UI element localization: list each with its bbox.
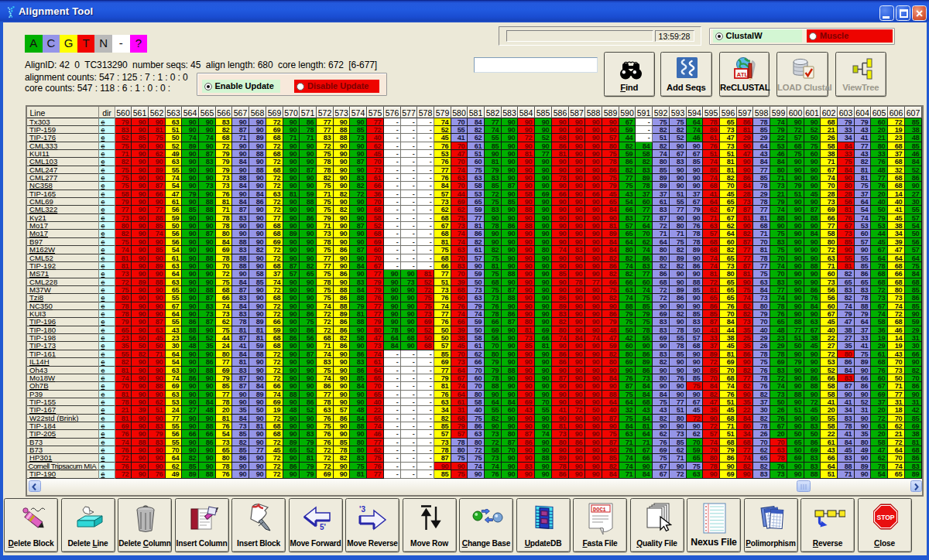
svg-text:5': 5' xyxy=(320,523,326,531)
svg-text:STOP: STOP xyxy=(876,514,894,521)
svg-text:ATL: ATL xyxy=(737,71,749,78)
svg-text:DOC1: DOC1 xyxy=(593,507,606,513)
svg-text:'3: '3 xyxy=(359,505,365,514)
